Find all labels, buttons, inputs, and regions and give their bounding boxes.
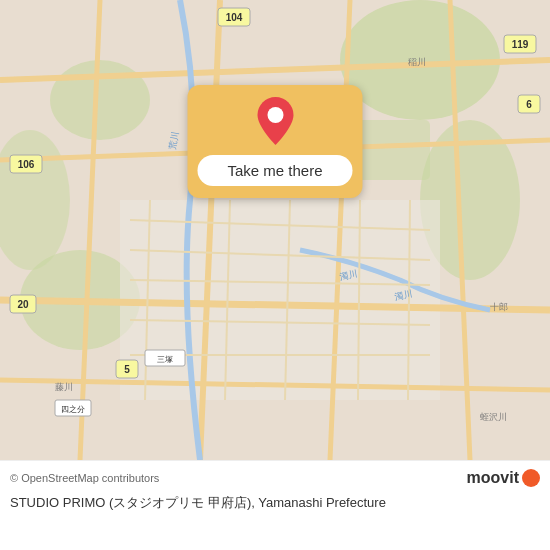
moovit-logo-circle (522, 469, 540, 487)
map-pin-icon (253, 95, 297, 147)
svg-text:十郎: 十郎 (490, 302, 508, 312)
map-view: 104 6 106 119 20 5 荒川 濁川 濁川 藤川 蛭沢川 十郎 三塚… (0, 0, 550, 460)
map-roads: 104 6 106 119 20 5 荒川 濁川 濁川 藤川 蛭沢川 十郎 三塚… (0, 0, 550, 460)
place-name: STUDIO PRIMO (スタジオプリモ 甲府店), Yamanashi Pr… (10, 495, 386, 510)
location-card: Take me there (188, 85, 363, 198)
moovit-label: moovit (467, 469, 519, 487)
place-info-row: STUDIO PRIMO (スタジオプリモ 甲府店), Yamanashi Pr… (0, 491, 550, 520)
svg-text:三塚: 三塚 (157, 355, 173, 364)
svg-text:119: 119 (512, 39, 529, 50)
svg-text:20: 20 (17, 299, 29, 310)
svg-point-49 (267, 107, 283, 123)
svg-text:稲川: 稲川 (408, 57, 426, 67)
attribution-row: © OpenStreetMap contributors moovit (0, 461, 550, 491)
svg-text:104: 104 (226, 12, 243, 23)
moovit-brand: moovit (467, 469, 540, 487)
svg-text:四之分: 四之分 (61, 405, 85, 414)
svg-text:蛭沢川: 蛭沢川 (480, 412, 507, 422)
svg-text:6: 6 (526, 99, 532, 110)
osm-attribution: © OpenStreetMap contributors (10, 472, 467, 484)
svg-text:106: 106 (18, 159, 35, 170)
bottom-info: © OpenStreetMap contributors moovit STUD… (0, 460, 550, 520)
svg-text:5: 5 (124, 364, 130, 375)
take-me-there-button[interactable]: Take me there (198, 155, 353, 186)
svg-text:藤川: 藤川 (55, 382, 73, 392)
svg-point-6 (50, 60, 150, 140)
